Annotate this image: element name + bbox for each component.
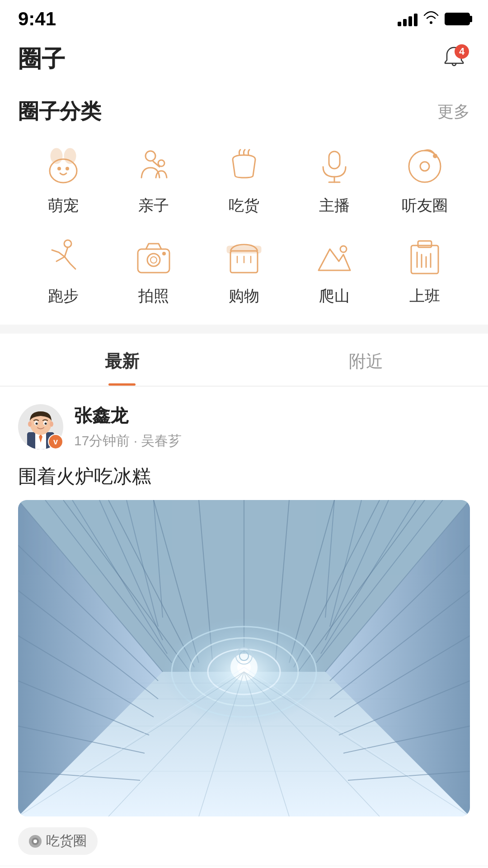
post-time-location: 17分钟前 · 吴春芗 — [74, 432, 470, 450]
signal-icon — [398, 12, 418, 26]
category-item-listen-circle[interactable]: 听友圈 — [380, 144, 470, 216]
category-section: 圈子分类 更多 萌宠 — [0, 84, 488, 325]
category-item-shopping[interactable]: 购物 — [199, 234, 289, 307]
tab-nearby[interactable]: 附近 — [244, 334, 488, 386]
svg-rect-29 — [418, 241, 432, 247]
share-button[interactable]: 分享 — [0, 866, 163, 868]
svg-point-4 — [66, 167, 69, 170]
svg-point-16 — [150, 257, 157, 263]
category-item-pets[interactable]: 萌宠 — [18, 144, 108, 216]
notification-button[interactable]: 4 — [438, 43, 470, 75]
post-time: 17分钟前 — [74, 433, 130, 448]
post-image[interactable] — [18, 500, 470, 816]
post-location: 吴春芗 — [141, 433, 182, 448]
post-section: v 张鑫龙 17分钟前 · 吴春芗 围着火炉吃冰糕 — [0, 387, 488, 868]
foodie-icon — [221, 144, 267, 189]
post-tag-section: 吃货圈 — [0, 816, 488, 866]
tab-latest[interactable]: 最新 — [0, 334, 244, 386]
category-item-photo[interactable]: 拍照 — [108, 234, 199, 307]
svg-point-40 — [50, 421, 53, 427]
photo-icon — [131, 234, 176, 279]
status-icons — [398, 10, 470, 28]
post-username: 张鑫龙 — [74, 403, 470, 428]
category-item-foodie[interactable]: 吃货 — [199, 144, 289, 216]
category-label-foodie: 吃货 — [229, 195, 259, 216]
running-icon — [41, 234, 86, 279]
category-label-running: 跑步 — [48, 286, 79, 307]
tag-circle-icon — [29, 835, 42, 848]
post-header: v 张鑫龙 17分钟前 · 吴春芗 — [0, 387, 488, 459]
svg-point-11 — [420, 162, 429, 171]
svg-point-38 — [45, 423, 47, 425]
category-item-hiking[interactable]: 爬山 — [289, 234, 380, 307]
svg-point-3 — [57, 167, 61, 170]
header: 圈子 4 — [0, 34, 488, 84]
category-item-work[interactable]: 上班 — [380, 234, 470, 307]
svg-rect-19 — [227, 246, 261, 253]
post-tag-item[interactable]: 吃货圈 — [18, 827, 98, 855]
battery-icon — [445, 13, 470, 25]
like-button[interactable]: 点赞 — [325, 866, 488, 868]
listen-circle-icon — [402, 144, 447, 189]
category-label-pets: 萌宠 — [48, 195, 79, 216]
avatar-badge: v — [48, 434, 63, 449]
svg-point-100 — [33, 840, 37, 843]
shopping-icon — [221, 234, 267, 279]
streamer-icon — [312, 144, 357, 189]
svg-point-15 — [147, 254, 160, 266]
category-grid: 萌宠 亲子 — [18, 144, 470, 307]
category-item-streamer[interactable]: 主播 — [289, 144, 380, 216]
tabs-section: 最新 附近 — [0, 334, 488, 386]
svg-point-13 — [64, 240, 71, 247]
comment-button[interactable]: 评论 — [163, 866, 325, 868]
pets-icon — [41, 144, 86, 189]
category-label-listen-circle: 听友圈 — [402, 195, 448, 216]
work-icon — [402, 234, 447, 279]
svg-point-6 — [158, 160, 164, 166]
category-label-shopping: 购物 — [229, 286, 259, 307]
svg-point-17 — [162, 252, 166, 255]
more-link[interactable]: 更多 — [437, 101, 470, 123]
category-label-photo: 拍照 — [138, 286, 169, 307]
hiking-icon — [312, 234, 357, 279]
svg-point-39 — [28, 421, 32, 427]
avatar-badge-label: v — [53, 437, 58, 447]
category-item-running[interactable]: 跑步 — [18, 234, 108, 307]
svg-point-5 — [145, 151, 155, 161]
status-bar: 9:41 — [0, 0, 488, 34]
post-image-svg — [18, 500, 470, 816]
section-title: 圈子分类 — [18, 98, 101, 126]
category-label-parent-child: 亲子 — [138, 195, 169, 216]
avatar-wrapper[interactable]: v — [18, 404, 63, 449]
post-separator: · — [134, 433, 141, 448]
post-actions: 分享 评论 点赞 — [0, 866, 488, 868]
svg-rect-24 — [411, 245, 438, 274]
svg-point-23 — [340, 246, 347, 252]
svg-rect-7 — [329, 151, 340, 169]
tag-text: 吃货圈 — [46, 832, 87, 850]
status-time: 9:41 — [18, 8, 56, 30]
wifi-icon — [423, 10, 439, 28]
category-label-work: 上班 — [409, 286, 440, 307]
svg-point-2 — [50, 159, 77, 183]
post-content: 围着火炉吃冰糕 — [0, 459, 488, 500]
notification-badge: 4 — [455, 44, 469, 59]
svg-point-12 — [433, 154, 437, 158]
svg-point-37 — [36, 423, 38, 425]
category-label-streamer: 主播 — [319, 195, 350, 216]
page-title: 圈子 — [18, 43, 65, 75]
post-meta: 张鑫龙 17分钟前 · 吴春芗 — [74, 403, 470, 450]
tabs-row: 最新 附近 — [0, 334, 488, 386]
category-label-hiking: 爬山 — [319, 286, 350, 307]
section-header: 圈子分类 更多 — [18, 98, 470, 126]
category-item-parent-child[interactable]: 亲子 — [108, 144, 199, 216]
parent-child-icon — [131, 144, 176, 189]
